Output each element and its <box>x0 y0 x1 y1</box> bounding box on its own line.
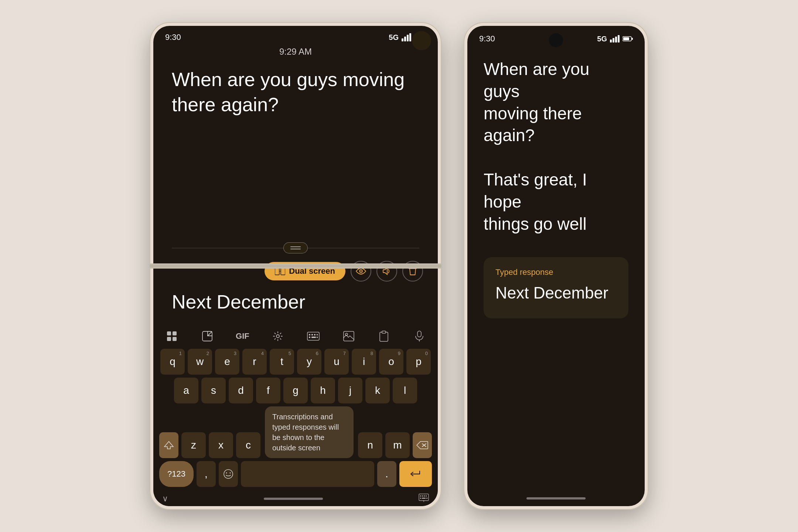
signal-icon-right <box>610 35 620 42</box>
svg-rect-20 <box>307 332 319 340</box>
image-icon-btn[interactable] <box>339 327 358 346</box>
key-s[interactable]: s <box>201 378 226 403</box>
clipboard-icon-btn[interactable] <box>374 327 393 346</box>
key-d[interactable]: d <box>229 378 253 403</box>
tooltip-bubble: Transcriptions and typed responses will … <box>265 406 354 458</box>
keyboard-toggle-btn[interactable] <box>419 494 429 504</box>
key-k[interactable]: k <box>365 378 390 403</box>
divider-handle[interactable] <box>283 242 308 253</box>
key-g[interactable]: g <box>283 378 308 403</box>
space-key[interactable] <box>241 461 374 487</box>
svg-rect-26 <box>311 337 316 338</box>
battery-icon-right <box>623 36 633 42</box>
svg-rect-50 <box>623 37 629 40</box>
key-o[interactable]: o9 <box>379 349 403 375</box>
key-n[interactable]: n <box>358 432 382 458</box>
period-key[interactable]: . <box>377 461 396 487</box>
enter-icon <box>410 470 421 478</box>
svg-point-34 <box>224 470 233 478</box>
slim-screen: 9:30 5G When are you guys <box>467 26 645 506</box>
svg-rect-8 <box>290 249 301 249</box>
svg-rect-25 <box>309 337 310 338</box>
front-camera-right <box>549 33 563 47</box>
collapse-btn[interactable]: ∨ <box>162 494 168 504</box>
svg-rect-3 <box>409 33 411 41</box>
key-h[interactable]: h <box>311 378 335 403</box>
svg-point-36 <box>229 473 231 474</box>
main-content-left: When are you guys moving there again? <box>153 60 438 238</box>
slim-response-text: Next December <box>495 282 617 303</box>
signal-icon-left <box>402 33 412 41</box>
key-z[interactable]: z <box>181 432 206 458</box>
transcript-line4: things go well <box>484 214 587 233</box>
mic-icon-btn[interactable] <box>410 327 429 346</box>
mic-icon <box>415 331 424 342</box>
key-j[interactable]: j <box>338 378 362 403</box>
slim-transcript: When are you guys moving there again? Th… <box>484 58 628 235</box>
enter-key[interactable] <box>399 461 432 487</box>
key-w[interactable]: w2 <box>188 349 212 375</box>
svg-rect-46 <box>613 38 614 42</box>
numbers-key[interactable]: ?123 <box>159 461 194 487</box>
key-c[interactable]: c <box>236 432 260 458</box>
keyboard-row-4: ?123 , . <box>153 461 438 487</box>
backspace-icon <box>416 441 428 449</box>
status-bar-left: 9:30 5G <box>153 26 438 45</box>
key-p[interactable]: p0 <box>406 349 431 375</box>
svg-point-35 <box>226 473 227 474</box>
svg-rect-2 <box>407 35 409 41</box>
svg-rect-48 <box>618 35 620 42</box>
key-y[interactable]: y6 <box>297 349 321 375</box>
key-a[interactable]: a <box>174 378 198 403</box>
keyboard-row-2: a s d f g h j k l <box>153 378 438 403</box>
svg-rect-45 <box>610 40 612 42</box>
keyboard-row-1: q1 w2 e3 r4 t5 y6 u7 i8 o9 p0 <box>153 349 438 375</box>
svg-rect-21 <box>309 334 310 335</box>
svg-rect-40 <box>424 495 425 497</box>
keyboard-toggle-icon <box>419 494 429 502</box>
key-i[interactable]: i8 <box>352 349 376 375</box>
svg-rect-41 <box>426 495 427 497</box>
shift-icon <box>164 440 174 450</box>
svg-rect-32 <box>417 331 421 337</box>
home-indicator-left <box>264 498 323 500</box>
settings-icon-btn[interactable] <box>268 327 287 346</box>
svg-rect-44 <box>426 498 427 499</box>
status-right-slim: 5G <box>597 35 633 43</box>
shift-key[interactable] <box>159 432 178 458</box>
grid-icon-btn[interactable] <box>162 327 181 346</box>
svg-rect-27 <box>317 337 318 338</box>
svg-rect-47 <box>615 37 617 42</box>
clipboard-icon <box>379 331 389 342</box>
sticker-icon-btn[interactable] <box>198 327 217 346</box>
key-l[interactable]: l <box>393 378 417 403</box>
emoji-icon <box>223 469 233 479</box>
emoji-key[interactable] <box>219 461 238 487</box>
phone-hinge <box>150 263 441 269</box>
key-m[interactable]: m <box>385 432 410 458</box>
svg-rect-37 <box>419 494 429 501</box>
foldable-phone: 9:30 5G 9:29 AM When are y <box>150 22 441 510</box>
svg-rect-42 <box>420 498 421 499</box>
key-x[interactable]: x <box>209 432 233 458</box>
handle-icon <box>290 245 301 250</box>
svg-rect-9 <box>275 267 279 275</box>
svg-rect-7 <box>290 246 301 247</box>
transcript-left: When are you guys moving there again? <box>172 67 419 117</box>
keyboard-icon <box>307 332 320 341</box>
comma-key[interactable]: , <box>197 461 216 487</box>
keyboard-icon-btn[interactable] <box>304 327 323 346</box>
center-time: 9:29 AM <box>153 45 438 60</box>
typed-response-card: Typed response Next December <box>484 257 628 318</box>
svg-point-13 <box>361 271 362 272</box>
key-r[interactable]: r4 <box>242 349 267 375</box>
keyboard-bottom-bar: ∨ <box>153 490 438 506</box>
svg-rect-22 <box>311 334 313 335</box>
key-t[interactable]: t5 <box>270 349 294 375</box>
key-f[interactable]: f <box>256 378 280 403</box>
backspace-key[interactable] <box>413 432 432 458</box>
key-q[interactable]: q1 <box>160 349 185 375</box>
gif-btn[interactable]: GIF <box>233 327 252 346</box>
key-e[interactable]: e3 <box>215 349 239 375</box>
key-u[interactable]: u7 <box>324 349 349 375</box>
